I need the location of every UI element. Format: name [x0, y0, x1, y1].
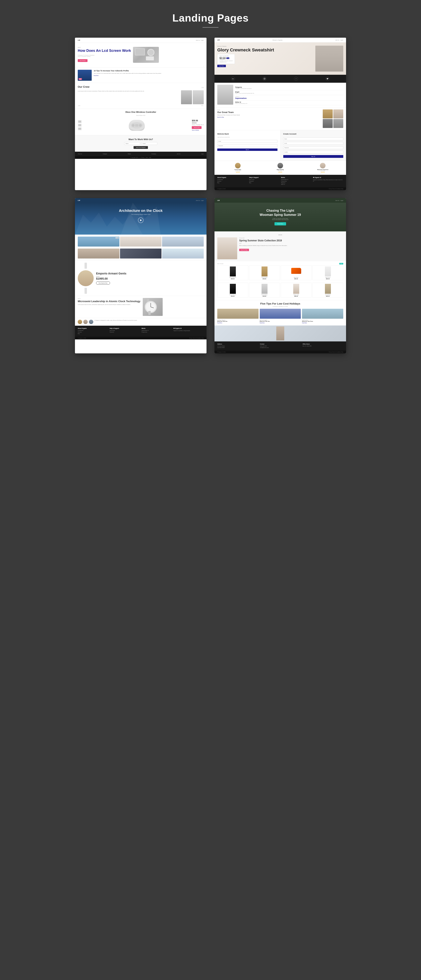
blog-read-3[interactable]: Read More [302, 322, 343, 323]
footer-company[interactable]: Company [151, 153, 156, 154]
register-confirm[interactable] [283, 151, 343, 153]
register-name[interactable] [283, 137, 343, 140]
blog-post-2[interactable]: Danny Campbell Blog Post Title Two Read … [260, 309, 301, 323]
footer3-col3-item1[interactable]: Suprematism UI [142, 330, 172, 331]
login-password[interactable] [217, 144, 277, 147]
product-figure-2 [262, 266, 268, 277]
footer-col3-item1[interactable]: Suprematism UI [281, 179, 311, 180]
footer-bar-links[interactable]: Privacy Terms & Conditions Help [329, 188, 343, 189]
card2-team-read-more[interactable]: Read Our Blog [217, 116, 321, 118]
controller-shape [129, 120, 145, 131]
card2-team-text: 02/10 Our Great Team Welcome & Filter Co… [217, 110, 321, 128]
register-email[interactable] [283, 142, 343, 145]
blog-post-1[interactable]: Vaughan Johnson Blog Post Title One Read… [217, 309, 258, 323]
product-card-4[interactable]: Light Dress $60.00 [313, 265, 343, 280]
footer3-col2-item1[interactable]: Help Center [110, 330, 140, 331]
preview-card-tech: LW Join Us Login 02/15 How Does An Lcd S… [75, 38, 207, 190]
contact-phone[interactable]: (000) 000-0000 [260, 345, 301, 347]
footer-category[interactable]: Category [103, 153, 107, 154]
card3-buy-btn[interactable]: Buy Emporia Now [96, 282, 110, 285]
footer-media[interactable]: Media [128, 153, 131, 154]
register-heading: Create Account [283, 133, 343, 135]
footer-col2-item1[interactable]: Help Center [249, 179, 279, 180]
login-email[interactable] [217, 140, 277, 143]
footer3-col2-item2[interactable]: Password [110, 331, 140, 332]
card2-footer: About Organic Components Structure Blog … [214, 175, 346, 187]
footer3-col1-item3[interactable]: Blog [78, 333, 108, 334]
footer4-bar-links[interactable]: Privacy Terms & Conditions Help [329, 352, 343, 353]
footer3-col3-item2[interactable]: Programmes [142, 331, 172, 332]
add-to-cart-btn[interactable]: Add To Cart [192, 126, 201, 129]
product-card-1[interactable]: Casual Women $50.00 [217, 265, 248, 280]
card1-hero-btn[interactable]: Get Product [78, 59, 88, 62]
featured-nav-prev[interactable]: ‹ [217, 234, 218, 235]
product-img-7 [281, 283, 311, 294]
card1-read-more[interactable]: Read More [94, 75, 161, 76]
card1-prev[interactable]: ‹ [78, 65, 78, 67]
product-figure-5 [230, 284, 236, 294]
footer-col1-item1[interactable]: Components [217, 179, 247, 180]
team-photo-2 [333, 110, 343, 118]
blog-read-2[interactable]: Read More [260, 322, 301, 323]
card2-read-more-btn[interactable]: Read More [217, 65, 226, 67]
footer-col2-item3[interactable]: Blog [249, 182, 279, 183]
instagram-icon[interactable] [263, 77, 266, 81]
card2-women-label: Women's Originals [217, 46, 313, 47]
footer3-bar-left: © Organic UI 2019 [78, 337, 86, 339]
product-card-5[interactable]: Formal Women $50.00 [217, 283, 248, 298]
twitter-icon[interactable] [325, 77, 330, 81]
crew-nav-next[interactable]: next › [201, 105, 204, 106]
cta-send-btn[interactable]: Send Your Request [134, 146, 148, 149]
footer-col3-item4[interactable]: Writer UI [281, 184, 311, 185]
crew-nav-prev[interactable]: ‹ prev [78, 105, 80, 106]
footer3-col1-item1[interactable]: Components [78, 330, 108, 331]
product-figure-4 [325, 266, 331, 277]
product-thumb-3[interactable] [78, 127, 82, 130]
behance-icon[interactable]: Be [231, 77, 235, 81]
product-card-6[interactable]: Formal Dress $48.00 [249, 283, 280, 298]
card3-hero-title: Architecture on the Clock [78, 209, 204, 213]
card1-next[interactable]: › [203, 65, 204, 67]
register-btn[interactable]: Sign Up [283, 155, 343, 158]
product-card-3[interactable]: Nike Shoe $80.00 [281, 265, 312, 280]
featured-nav-next[interactable]: › [343, 234, 343, 235]
card4-hero-btn[interactable]: Read More [274, 222, 286, 226]
product-card-8[interactable]: Formal Boot $60.00 [313, 283, 343, 298]
blog-post-3[interactable]: Logan Lopez Blog Post Title Three Read M… [302, 309, 343, 323]
footer-col3-item3[interactable]: Magazine [281, 182, 311, 183]
cta-name-input[interactable] [124, 142, 140, 145]
card2-auth: Welcme Back Login with your account info… [214, 130, 346, 161]
footer-join[interactable]: Join Us [177, 153, 180, 154]
product-card-7[interactable]: Dress Long $80.00 [281, 283, 312, 298]
login-btn[interactable]: Sign In [217, 148, 277, 151]
footer-col1-item3[interactable]: Blog [217, 182, 247, 183]
svg-marker-13 [75, 213, 143, 235]
product-thumb-2[interactable] [78, 124, 82, 127]
register-password[interactable] [283, 146, 343, 149]
footer3-col1-title: About Organic [78, 328, 108, 329]
footer-col1-item2[interactable]: Structure [217, 181, 247, 182]
featured-btn[interactable]: Read Our Blog [239, 249, 249, 251]
footer-col2-item2[interactable]: Password [249, 181, 279, 182]
footer-privacy[interactable]: Privacy Terms Help [141, 157, 151, 158]
facebook-icon[interactable]: f [294, 77, 298, 81]
cta-email-input[interactable] [141, 142, 157, 145]
card3-product-name: Emporio Armani Gents [96, 272, 126, 275]
product-card-2[interactable]: Casual Dress $48.00 [249, 265, 280, 280]
contact-email[interactable]: email@domain.com [260, 347, 301, 348]
card4-more-image [214, 326, 346, 341]
brand-desc-patagonia: Claiged to a special after this product [235, 88, 343, 89]
footer-col3-item2[interactable]: Programmes [281, 181, 311, 182]
footer3-bar-links[interactable]: Privacy Terms & Conditions Help [189, 337, 204, 339]
product-price-1: $50.00 [217, 278, 248, 280]
blog-read-1[interactable]: Read More [217, 322, 258, 323]
footer-about[interactable]: About us [78, 153, 82, 154]
save-wishlist[interactable]: Save to Wishlist [192, 130, 204, 131]
card2-nav-label: Women's Originals [273, 40, 282, 41]
footer-login[interactable]: Login [201, 153, 204, 154]
crew-photo-1 [181, 90, 192, 104]
product-thumb-1[interactable] [78, 120, 82, 123]
card1-desc: 5 Reasons To Choose A NotebookOver A Com… [78, 55, 131, 57]
play-button[interactable] [138, 218, 144, 223]
footer3-col1-item2[interactable]: Structure [78, 331, 108, 332]
